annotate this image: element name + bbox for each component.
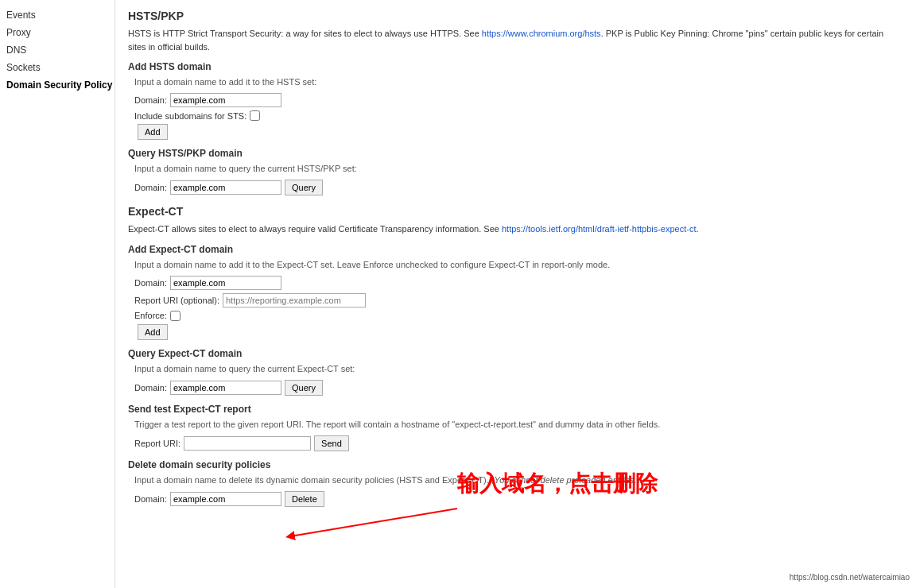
sidebar-item-proxy[interactable]: Proxy <box>0 24 114 41</box>
add-expect-ct-domain-label: Domain: <box>134 278 167 288</box>
query-hsts-desc: Input a domain name to query the current… <box>128 164 903 173</box>
add-expect-ct-title: Add Expect-CT domain <box>128 244 903 255</box>
query-hsts-title: Query HSTS/PKP domain <box>128 148 903 159</box>
sidebar: Events Proxy DNS Sockets Domain Security… <box>0 0 115 588</box>
add-expect-ct-report-input[interactable] <box>223 293 366 308</box>
add-expect-ct-enforce-checkbox[interactable] <box>170 311 180 321</box>
delete-domain-input[interactable] <box>170 492 281 506</box>
main-content: HSTS/PKP HSTS is HTTP Strict Transport S… <box>115 0 916 588</box>
add-hsts-desc: Input a domain name to add it to the HST… <box>128 77 903 87</box>
sidebar-item-sockets[interactable]: Sockets <box>0 59 114 76</box>
add-hsts-btn-row: Add <box>128 124 903 140</box>
sidebar-item-events[interactable]: Events <box>0 6 114 24</box>
delete-domain-row: Domain: Delete <box>128 491 903 507</box>
query-hsts-button[interactable]: Query <box>285 180 323 195</box>
query-expect-ct-title: Query Expect-CT domain <box>128 348 903 359</box>
expect-ct-desc: Expect-CT allows sites to elect to alway… <box>128 222 903 236</box>
annotation-arrow-svg <box>266 501 465 548</box>
add-hsts-domain-row: Domain: <box>128 93 903 107</box>
query-expect-ct-desc: Input a domain name to query the current… <box>128 364 903 373</box>
add-expect-ct-domain-row: Domain: <box>128 276 903 290</box>
bottom-link: https://blog.csdn.net/watercaimiao <box>790 573 910 582</box>
query-expect-ct-domain-row: Domain: Query <box>128 380 903 396</box>
send-test-report-label: Report URI: <box>134 439 180 448</box>
add-expect-ct-domain-input[interactable] <box>170 276 281 290</box>
query-hsts-domain-row: Domain: Query <box>128 180 903 195</box>
hsts-link[interactable]: https://www.chromium.org/hsts <box>482 29 601 38</box>
add-hsts-subdomain-label: Include subdomains for STS: <box>134 111 246 121</box>
svg-line-1 <box>290 509 457 536</box>
add-expect-ct-enforce-label: Enforce: <box>134 311 167 320</box>
add-hsts-button[interactable]: Add <box>138 124 168 140</box>
expect-ct-title: Expect-CT <box>128 205 903 218</box>
add-hsts-domain-label: Domain: <box>134 95 167 105</box>
send-test-report-row: Report URI: Send <box>128 435 903 451</box>
delete-button[interactable]: Delete <box>285 491 324 507</box>
add-expect-ct-button[interactable]: Add <box>138 324 168 340</box>
delete-domain-label: Domain: <box>134 494 167 504</box>
add-expect-ct-btn-row: Add <box>128 324 903 340</box>
add-expect-ct-desc: Input a domain name to add it to the Exp… <box>128 260 903 269</box>
send-test-report-input[interactable] <box>184 436 311 451</box>
query-expect-ct-button[interactable]: Query <box>285 380 323 396</box>
hsts-pkp-title: HSTS/PKP <box>128 10 903 22</box>
add-hsts-subdomain-checkbox[interactable] <box>250 110 260 121</box>
query-expect-ct-domain-input[interactable] <box>170 381 281 395</box>
add-hsts-domain-input[interactable] <box>170 93 281 107</box>
expect-ct-link[interactable]: https://tools.ietf.org/html/draft-ietf-h… <box>502 224 697 234</box>
add-hsts-subdomain-row: Include subdomains for STS: <box>128 110 903 121</box>
query-hsts-domain-label: Domain: <box>134 183 167 192</box>
send-test-button[interactable]: Send <box>314 435 349 451</box>
sidebar-item-dns[interactable]: DNS <box>0 41 114 59</box>
query-expect-ct-domain-label: Domain: <box>134 383 167 393</box>
delete-desc: Input a domain name to delete its dynami… <box>128 475 903 485</box>
delete-title: Delete domain security policies <box>128 459 903 470</box>
send-test-desc: Trigger a test report to the given repor… <box>128 420 903 429</box>
add-expect-ct-report-row: Report URI (optional): <box>128 293 903 308</box>
sidebar-item-domain-security-policy[interactable]: Domain Security Policy <box>0 76 114 94</box>
send-test-title: Send test Expect-CT report <box>128 404 903 415</box>
hsts-desc: HSTS is HTTP Strict Transport Security: … <box>128 27 903 53</box>
add-hsts-title: Add HSTS domain <box>128 61 903 72</box>
add-expect-ct-enforce-row: Enforce: <box>128 311 903 321</box>
query-hsts-domain-input[interactable] <box>170 180 281 195</box>
add-expect-ct-report-label: Report URI (optional): <box>134 296 219 305</box>
